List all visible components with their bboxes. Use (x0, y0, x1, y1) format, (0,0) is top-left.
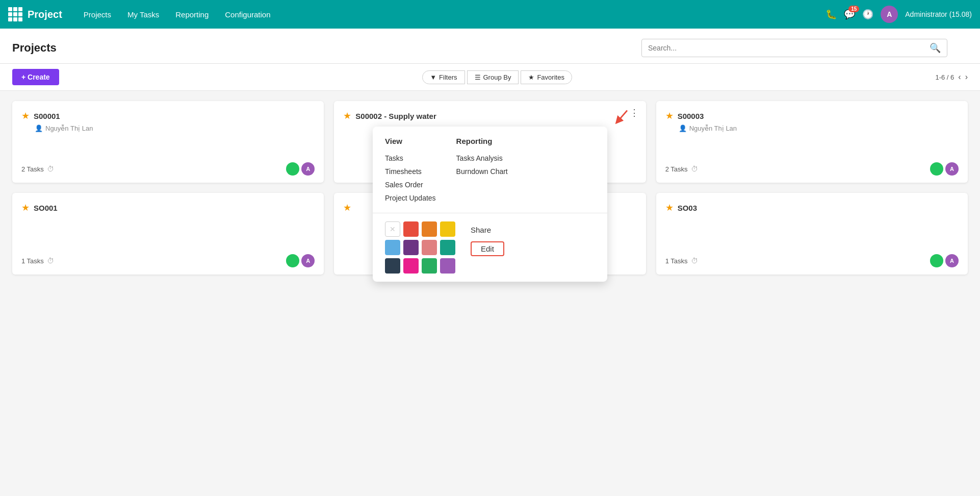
projects-grid: ★ S00001 👤 Nguyễn Thị Lan 2 Tasks ⏱ A ★ … (0, 91, 980, 285)
dropdown-top: View Tasks Timesheets Sales Order Projec… (373, 127, 607, 213)
admin-label: Administrator (15.08) (905, 10, 972, 18)
menu-item-burndown-chart[interactable]: Burndown Chart (456, 165, 508, 178)
menu-item-sales-order[interactable]: Sales Order (385, 178, 436, 191)
menu-item-timesheets[interactable]: Timesheets (385, 165, 436, 178)
tasks-count: 2 Tasks ⏱ (21, 165, 54, 173)
clock-icon: ⏱ (47, 165, 54, 173)
groupby-button[interactable]: ☰ Group By (467, 70, 519, 84)
card-header: ★ SO03 (665, 202, 959, 213)
color-orange[interactable] (422, 221, 437, 237)
color-palette: ✕ (385, 221, 455, 274)
nav-reporting[interactable]: Reporting (168, 7, 216, 22)
user-icon: 👤 (35, 125, 43, 132)
pagination: 1-6 / 6 ‹ › (935, 72, 968, 82)
star-icon[interactable]: ★ (343, 110, 351, 121)
card-footer: 2 Tasks ⏱ A (665, 162, 959, 176)
color-navy[interactable] (385, 258, 400, 274)
color-purple-dark[interactable] (403, 240, 419, 255)
card-header: ★ S00003 (665, 110, 959, 121)
create-button[interactable]: + Create (12, 69, 59, 85)
card-title: SO03 (678, 204, 697, 212)
card-title: SO001 (34, 204, 58, 212)
color-green[interactable] (422, 258, 437, 274)
star-icon[interactable]: ★ (665, 202, 674, 213)
toolbar: + Create ▼ Filters ☰ Group By ★ Favorite… (0, 64, 980, 91)
messages-button[interactable]: 💬 15 (844, 9, 855, 20)
card-header: ★ SO001 (21, 202, 315, 213)
av-green (286, 162, 299, 176)
app-title: Project (28, 9, 62, 20)
clock-icon: ⏱ (47, 257, 54, 265)
view-column: View Tasks Timesheets Sales Order Projec… (385, 137, 436, 205)
topnav-right: 🐛 💬 15 🕐 A Administrator (15.08) (826, 6, 972, 23)
star-icon: ★ (528, 73, 534, 81)
star-icon[interactable]: ★ (21, 202, 30, 213)
clock-icon-button[interactable]: 🕐 (862, 9, 873, 20)
project-card-so001: ★ SO001 1 Tasks ⏱ A (12, 193, 324, 275)
avatars: A (286, 162, 315, 176)
av-purple: A (945, 254, 959, 267)
project-card-s00001: ★ S00001 👤 Nguyễn Thị Lan 2 Tasks ⏱ A (12, 101, 324, 183)
color-yellow[interactable] (440, 221, 455, 237)
menu-item-project-updates[interactable]: Project Updates (385, 191, 436, 205)
tasks-count: 2 Tasks ⏱ (665, 165, 698, 173)
user-avatar[interactable]: A (881, 6, 898, 23)
card-footer: 1 Tasks ⏱ A (21, 254, 315, 267)
reporting-column: Reporting Tasks Analysis Burndown Chart (456, 137, 508, 205)
dropdown-menu: View Tasks Timesheets Sales Order Projec… (373, 127, 607, 282)
share-button[interactable]: Share (471, 224, 504, 236)
av-purple: A (301, 254, 315, 267)
color-magenta[interactable] (403, 258, 419, 274)
card-user: 👤 Nguyễn Thị Lan (35, 125, 315, 132)
tasks-count: 1 Tasks ⏱ (665, 257, 698, 265)
filter-icon: ▼ (430, 73, 436, 81)
favorites-button[interactable]: ★ Favorites (521, 70, 572, 84)
color-teal[interactable] (440, 240, 455, 255)
user-icon: 👤 (679, 125, 687, 132)
star-icon[interactable]: ★ (343, 202, 351, 213)
project-card-s00002: ★ S00002 - Supply water ⋮ View Tasks Tim… (334, 101, 646, 183)
color-red[interactable] (403, 221, 419, 237)
avatars: A (930, 254, 959, 267)
av-green (930, 254, 943, 267)
page-header: Projects 🔍 (0, 29, 980, 64)
nav-my-tasks[interactable]: My Tasks (120, 7, 166, 22)
clock-icon: ⏱ (691, 165, 698, 173)
menu-item-tasks[interactable]: Tasks (385, 152, 436, 165)
color-light-blue[interactable] (385, 240, 400, 255)
kebab-menu-button[interactable]: ⋮ (630, 108, 639, 117)
av-purple: A (945, 162, 959, 176)
pagination-prev[interactable]: ‹ (958, 72, 961, 82)
edit-button[interactable]: Edit (471, 241, 504, 256)
av-purple: A (301, 162, 315, 176)
filter-group: ▼ Filters ☰ Group By ★ Favorites (422, 70, 572, 84)
card-footer: 2 Tasks ⏱ A (21, 162, 315, 176)
grid-icon (8, 7, 22, 21)
star-icon[interactable]: ★ (21, 110, 30, 121)
notification-badge: 15 (848, 6, 859, 12)
card-title: S00003 (678, 112, 704, 120)
card-footer: 1 Tasks ⏱ A (665, 254, 959, 267)
project-card-s00003: ★ S00003 👤 Nguyễn Thị Lan 2 Tasks ⏱ A (656, 101, 968, 183)
nav-configuration[interactable]: Configuration (218, 7, 277, 22)
clock-icon: ⏱ (691, 257, 698, 265)
card-user: 👤 Nguyễn Thị Lan (679, 125, 959, 132)
reporting-title: Reporting (456, 137, 508, 145)
card-header: ★ S00002 - Supply water (343, 110, 636, 121)
search-input[interactable] (648, 44, 930, 52)
menu-item-tasks-analysis[interactable]: Tasks Analysis (456, 152, 508, 165)
color-lavender[interactable] (440, 258, 455, 274)
view-title: View (385, 137, 436, 145)
bug-icon-button[interactable]: 🐛 (826, 9, 837, 20)
search-button[interactable]: 🔍 (930, 42, 941, 54)
card-title: S00002 - Supply water (355, 112, 436, 120)
card-header: ★ S00001 (21, 110, 315, 121)
nav-projects[interactable]: Projects (76, 7, 118, 22)
color-none[interactable]: ✕ (385, 221, 400, 237)
filters-button[interactable]: ▼ Filters (422, 70, 465, 84)
pagination-next[interactable]: › (965, 72, 968, 82)
color-pink[interactable] (422, 240, 437, 255)
star-icon[interactable]: ★ (665, 110, 674, 121)
main-nav: Projects My Tasks Reporting Configuratio… (76, 7, 821, 22)
app-logo[interactable]: Project (8, 7, 62, 21)
